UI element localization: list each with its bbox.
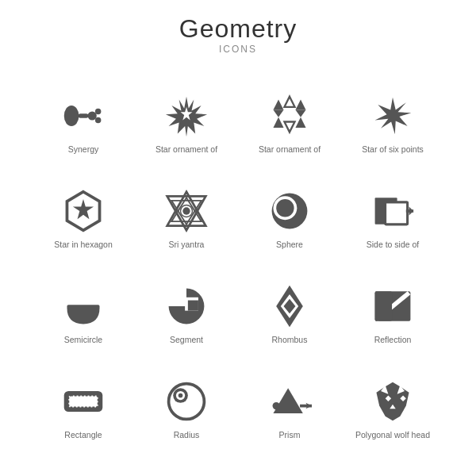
svg-rect-52 [300,405,312,408]
svg-point-47 [178,393,183,398]
rhombus-label: Rhombus [272,335,308,345]
synergy-label: Synergy [68,144,99,155]
prism-label: Prism [279,430,301,440]
icon-cell-synergy: Synergy [32,66,135,161]
svg-marker-10 [273,117,283,128]
svg-point-2 [88,112,97,121]
icon-grid: Synergy Star ornament of [32,66,444,447]
sphere-label: Sphere [276,240,303,250]
rhombus-icon [266,282,313,330]
svg-marker-14 [295,110,305,117]
star-six-label: Star of six points [362,144,424,155]
page-header: Geometry ICONS [179,0,297,55]
svg-rect-32 [67,305,99,309]
segment-label: Segment [170,335,203,345]
page-subtitle: ICONS [179,44,297,55]
icon-cell-star-ornament-2: Star ornament of [238,66,341,161]
prism-icon [266,378,313,425]
sphere-icon [266,187,313,235]
rectangle-icon [60,378,107,425]
icon-cell-prism: Prism [238,351,341,447]
svg-point-0 [64,106,79,126]
star-hexagon-label: Star in hexagon [54,240,113,250]
svg-point-44 [169,384,205,420]
svg-marker-15 [375,98,412,135]
svg-marker-7 [273,100,283,110]
svg-point-3 [95,109,101,114]
segment-icon [163,282,210,330]
svg-marker-11 [295,117,305,128]
icon-cell-wolf-head: Polygonal wolf head [341,351,444,447]
svg-rect-31 [406,210,413,213]
svg-point-26 [276,199,294,217]
reflection-label: Reflection [374,335,412,345]
semicircle-icon [60,282,107,330]
svg-rect-34 [188,301,198,311]
svg-point-4 [95,117,101,123]
star-six-icon [369,92,416,140]
page-title: Geometry [179,14,297,44]
icon-cell-star-six: Star of six points [341,66,444,161]
icon-cell-star-hexagon: Star in hexagon [32,161,135,256]
wolf-head-label: Polygonal wolf head [355,430,430,440]
svg-rect-42 [68,396,98,408]
svg-marker-8 [295,100,305,110]
icon-cell-segment: Segment [135,256,238,351]
icon-cell-rectangle: Rectangle [32,351,135,447]
rectangle-label: Rectangle [64,430,102,440]
side-to-side-icon [369,187,416,235]
sri-yantra-icon [163,187,210,235]
radius-icon [163,378,210,425]
star-ornament-2-icon [266,92,313,140]
icon-cell-sphere: Sphere [238,161,341,256]
star-ornament-1-label: Star ornament of [155,144,217,155]
icon-cell-radius: Radius [135,351,238,447]
reflection-icon [369,282,416,330]
icon-cell-star-ornament-1: Star ornament of [135,66,238,161]
star-hexagon-icon [60,187,107,235]
sri-yantra-label: Sri yantra [169,240,205,250]
icon-cell-semicircle: Semicircle [32,256,135,351]
svg-rect-40 [375,292,392,321]
semicircle-label: Semicircle [64,335,102,345]
svg-marker-50 [273,389,302,414]
star-ornament-2-label: Star ornament of [259,144,321,155]
icon-cell-reflection: Reflection [341,256,444,351]
svg-rect-1 [78,114,88,119]
svg-rect-28 [386,202,408,225]
star-ornament-1-icon [163,92,210,140]
wolf-head-icon [369,378,416,425]
svg-marker-53 [376,382,409,421]
svg-point-22 [182,208,190,215]
svg-marker-13 [273,110,283,117]
svg-marker-17 [73,199,94,219]
icon-cell-side-to-side: Side to side of [341,161,444,256]
svg-marker-12 [284,122,294,132]
icon-cell-sri-yantra: Sri yantra [135,161,238,256]
svg-marker-9 [284,97,294,107]
synergy-icon [60,92,107,140]
side-to-side-label: Side to side of [367,240,420,250]
radius-label: Radius [174,430,200,440]
icon-cell-rhombus: Rhombus [238,256,341,351]
